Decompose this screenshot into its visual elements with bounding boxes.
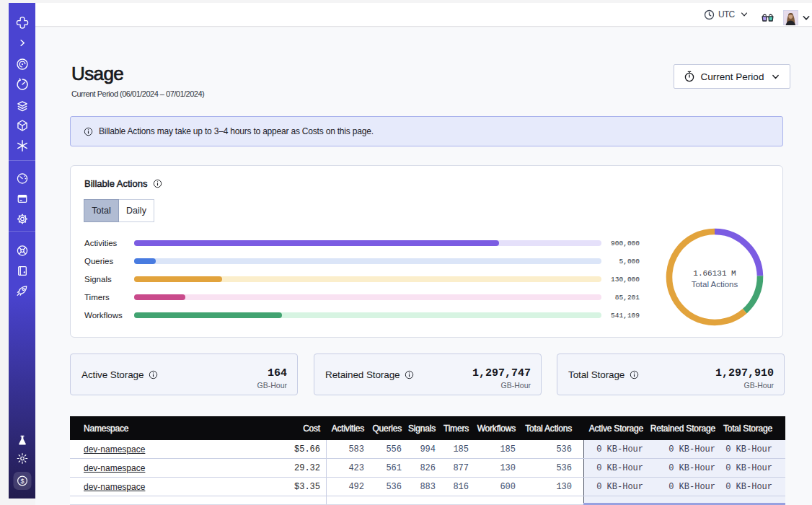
svg-text:Total Actions: Total Actions <box>692 280 738 289</box>
svg-text:1.66131 M: 1.66131 M <box>693 269 736 278</box>
svg-text:$: $ <box>20 478 24 485</box>
